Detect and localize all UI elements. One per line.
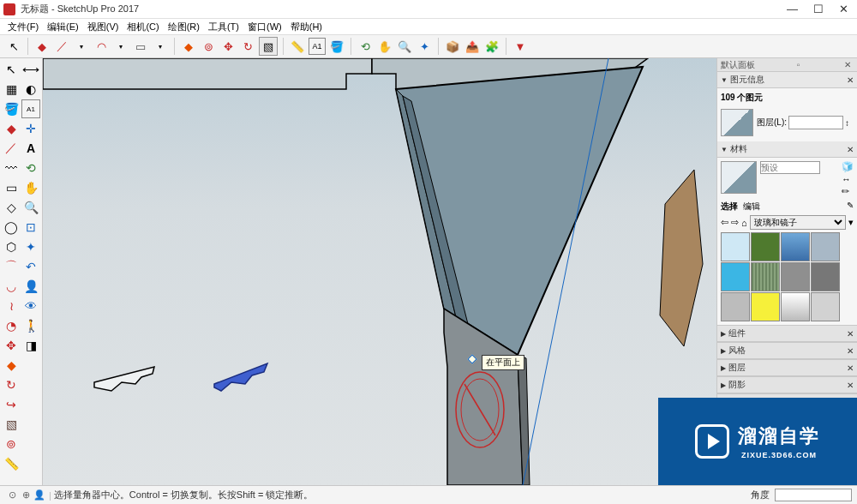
orbit-tool-icon[interactable]: ⟲ — [357, 38, 374, 55]
panel-menu-icon[interactable]: ✕ — [847, 75, 854, 85]
swatch[interactable] — [751, 232, 780, 261]
swatch[interactable] — [811, 262, 840, 291]
line-icon[interactable]: ／ — [2, 139, 21, 158]
zoom-icon[interactable]: 🔍 — [21, 198, 40, 217]
followme-icon[interactable]: ↪ — [2, 395, 21, 414]
rectangle-tool-icon[interactable]: ▭ — [132, 38, 149, 55]
pie-icon[interactable]: ◔ — [2, 316, 21, 335]
protractor-icon[interactable]: ◐ — [21, 80, 40, 99]
freehand-icon[interactable]: 〰 — [2, 159, 21, 177]
swatch[interactable] — [781, 262, 810, 291]
menu-edit[interactable]: 编辑(E) — [45, 21, 81, 33]
select-icon[interactable]: ↖ — [2, 60, 21, 79]
credits-icon[interactable]: 👤 — [33, 489, 46, 501]
zoom-window-icon[interactable]: ⊡ — [21, 218, 40, 237]
panel-menu-icon[interactable]: ✕ — [847, 145, 854, 154]
layout-icon[interactable]: ▼ — [512, 38, 529, 55]
material-tab-select[interactable]: 选择 — [721, 201, 738, 213]
position-camera-icon[interactable]: 👤 — [21, 277, 40, 296]
axes-icon[interactable]: ✛ — [21, 119, 40, 138]
component-icon[interactable]: ▦ — [2, 80, 21, 99]
swatch[interactable] — [751, 262, 780, 291]
select-tool-icon[interactable]: ↖ — [5, 38, 22, 55]
menu-draw[interactable]: 绘图(R) — [165, 21, 202, 33]
move-icon[interactable]: ✥ — [2, 336, 21, 355]
scale-icon[interactable]: ▧ — [2, 415, 21, 434]
menu-window[interactable]: 窗口(W) — [245, 21, 285, 33]
arc-dropdown-icon[interactable]: ▾ — [112, 38, 129, 55]
entity-info-header[interactable]: ▼ 图元信息 ✕ — [717, 72, 857, 88]
swatch[interactable] — [721, 292, 750, 321]
dimension-icon[interactable]: ⟷ — [21, 60, 40, 79]
nav-back-icon[interactable]: ⇦ — [721, 217, 728, 228]
geo-icon[interactable]: ⊕ — [19, 489, 33, 501]
3dtext-icon[interactable]: A — [21, 139, 40, 158]
swatch[interactable] — [811, 232, 840, 261]
layer-pin-icon[interactable]: ↕ — [845, 118, 854, 128]
material-name-input[interactable] — [760, 161, 820, 174]
panel-pin-icon[interactable]: ▫ — [794, 60, 803, 69]
orbit-icon[interactable]: ⟲ — [21, 159, 40, 177]
rotate-tool-icon[interactable]: ↻ — [239, 38, 256, 55]
material-category-select[interactable]: 玻璃和镜子 — [750, 215, 846, 230]
rectangle-icon[interactable]: ▭ — [2, 178, 21, 197]
arc-tool-icon[interactable]: ◠ — [93, 38, 110, 55]
2pt-arc-icon[interactable]: ◡ — [2, 277, 21, 296]
sample-material-icon[interactable]: ✏ — [842, 186, 854, 197]
window-minimize-button[interactable]: — — [787, 3, 798, 15]
pushpull-tool-icon[interactable]: ◆ — [180, 38, 197, 55]
window-maximize-button[interactable]: ☐ — [813, 3, 824, 15]
text-tool-icon[interactable]: A1 — [309, 38, 326, 55]
menu-camera[interactable]: 相机(C) — [124, 21, 161, 33]
swatch[interactable] — [781, 232, 810, 261]
pushpull-icon[interactable]: ◆ — [2, 356, 21, 375]
look-around-icon[interactable]: 👁 — [21, 297, 40, 315]
rotated-rect-icon[interactable]: ◇ — [2, 198, 21, 217]
walk-icon[interactable]: 🚶 — [21, 316, 40, 335]
swatch[interactable] — [721, 262, 750, 291]
pan-icon[interactable]: ✋ — [21, 178, 40, 197]
materials-header[interactable]: ▼ 材料 ✕ — [717, 141, 857, 158]
arc-icon[interactable]: ⌒ — [2, 257, 21, 276]
warehouse-icon[interactable]: 📦 — [444, 38, 461, 55]
paint-icon[interactable]: 🪣 — [2, 99, 21, 118]
line-tool-icon[interactable]: ／ — [53, 38, 70, 55]
rotate-icon[interactable]: ↻ — [2, 375, 21, 394]
offset-icon[interactable]: ⊚ — [2, 435, 21, 453]
tape-tool-icon[interactable]: 📏 — [289, 38, 306, 55]
model-viewport[interactable]: 在平面上 — [43, 58, 716, 485]
details-icon[interactable]: ▾ — [848, 217, 854, 228]
polygon-icon[interactable]: ⬡ — [2, 237, 21, 256]
extensions-icon[interactable]: 🧩 — [483, 38, 500, 55]
menu-view[interactable]: 视图(V) — [85, 21, 122, 33]
eraser-tool-icon[interactable]: ◆ — [33, 38, 51, 55]
panel-close-icon[interactable]: ✕ — [842, 60, 854, 69]
zoom-extents-icon[interactable]: ✦ — [416, 38, 433, 55]
components-header[interactable]: ▶组件✕ — [717, 325, 857, 342]
menu-tools[interactable]: 工具(T) — [206, 21, 242, 33]
layer-select[interactable] — [788, 116, 843, 129]
tape-icon[interactable]: 📏 — [2, 454, 21, 473]
window-close-button[interactable]: ✕ — [839, 3, 848, 15]
rect-dropdown-icon[interactable]: ▾ — [152, 38, 169, 55]
layers-header[interactable]: ▶图层✕ — [717, 359, 857, 376]
previous-icon[interactable]: ↶ — [21, 257, 40, 276]
create-material-icon[interactable]: 🧊 — [842, 161, 854, 172]
3pt-arc-icon[interactable]: ≀ — [2, 297, 21, 315]
scale-tool-icon[interactable]: ▧ — [259, 37, 278, 56]
offset-tool-icon[interactable]: ⊚ — [200, 38, 217, 55]
swatch[interactable] — [751, 292, 780, 321]
material-tab-edit[interactable]: 编辑 — [743, 201, 760, 213]
warehouse-upload-icon[interactable]: 📤 — [464, 38, 481, 55]
swatch[interactable] — [811, 292, 840, 321]
swatch[interactable] — [721, 232, 750, 261]
text-icon[interactable]: A1 — [21, 99, 40, 118]
swatch[interactable] — [781, 292, 810, 321]
default-panel-header[interactable]: 默认面板 ▫ ✕ — [717, 58, 857, 72]
paint-tool-icon[interactable]: 🪣 — [328, 38, 345, 55]
eyedropper-icon[interactable]: ✎ — [847, 201, 854, 213]
menu-help[interactable]: 帮助(H) — [288, 21, 325, 33]
pan-tool-icon[interactable]: ✋ — [376, 38, 393, 55]
move-tool-icon[interactable]: ✥ — [219, 38, 237, 55]
zoom-tool-icon[interactable]: 🔍 — [396, 38, 413, 55]
